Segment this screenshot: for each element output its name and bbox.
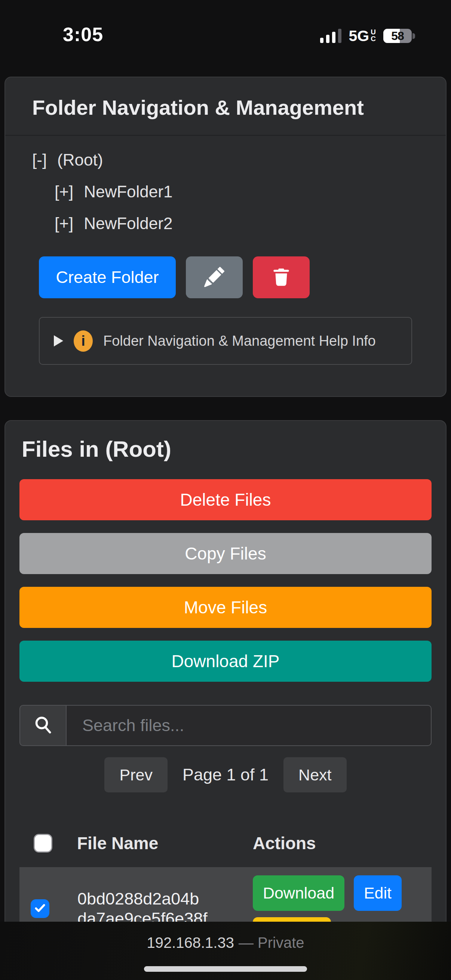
folder-card-title: Folder Navigation & Management: [32, 95, 419, 120]
browser-toolbar: 192.168.1.33— Private: [0, 922, 451, 980]
column-actions: Actions: [253, 833, 316, 853]
status-bar: 3:05 5G U C 58: [0, 0, 451, 76]
copy-files-button[interactable]: Copy Files: [19, 533, 432, 574]
tree-label[interactable]: NewFolder1: [84, 182, 172, 201]
battery-percent: 58: [383, 29, 412, 43]
next-page-button[interactable]: Next: [284, 757, 346, 792]
search-icon: [32, 714, 54, 737]
row-checkbox[interactable]: [31, 899, 49, 918]
search-input[interactable]: [66, 705, 432, 746]
pagination: Prev Page 1 of 1 Next: [19, 757, 432, 792]
folder-actions: Create Folder: [39, 256, 419, 298]
files-card: Files in (Root) Delete Files Copy Files …: [5, 420, 446, 973]
prev-page-button[interactable]: Prev: [104, 757, 167, 792]
checkmark-icon: [33, 901, 47, 916]
tree-toggle[interactable]: [-]: [32, 151, 47, 169]
tree-row-newfolder2[interactable]: [+] NewFolder2: [32, 207, 419, 239]
clock-label: 3:05: [63, 23, 103, 46]
trash-icon: [271, 267, 291, 288]
disclosure-triangle-icon: [54, 335, 63, 347]
delete-files-button[interactable]: Delete Files: [19, 479, 432, 520]
tree-label[interactable]: (Root): [57, 151, 103, 169]
pencil-icon: [204, 267, 225, 288]
tree-toggle[interactable]: [+]: [54, 182, 73, 201]
status-icons: 5G U C 58: [320, 28, 415, 44]
folder-card-body: [-] (Root) [+] NewFolder1 [+] NewFolder2…: [5, 136, 446, 396]
url-host: 192.168.1.33: [147, 934, 234, 951]
folder-card: Folder Navigation & Management [-] (Root…: [5, 76, 446, 397]
folder-tree: [-] (Root) [+] NewFolder1 [+] NewFolder2: [32, 144, 419, 239]
tree-row-newfolder1[interactable]: [+] NewFolder1: [32, 176, 419, 207]
download-zip-button[interactable]: Download ZIP: [19, 641, 432, 682]
help-disclosure[interactable]: i Folder Navigation & Management Help In…: [39, 317, 412, 365]
home-indicator[interactable]: [144, 966, 307, 972]
tree-toggle[interactable]: [+]: [54, 214, 73, 233]
tree-row-root[interactable]: [-] (Root): [32, 144, 419, 176]
download-button[interactable]: Download: [253, 875, 344, 911]
search-bar: [19, 705, 432, 746]
column-file-name: File Name: [77, 833, 223, 853]
phone-screen: 3:05 5G U C 58: [0, 0, 451, 980]
files-card-title: Files in (Root): [22, 437, 432, 462]
rename-folder-button[interactable]: [186, 256, 243, 298]
move-files-button[interactable]: Move Files: [19, 587, 432, 628]
delete-folder-button[interactable]: [253, 256, 310, 298]
tree-label[interactable]: NewFolder2: [84, 214, 172, 233]
search-icon-box: [19, 705, 66, 746]
folder-card-header: Folder Navigation & Management: [5, 77, 446, 136]
file-table-header: File Name Actions: [19, 830, 432, 857]
signal-strength-icon: [320, 29, 341, 43]
info-icon: i: [74, 330, 93, 352]
network-type-label: 5G U C: [349, 29, 376, 44]
privacy-label: — Private: [239, 934, 304, 951]
edit-button[interactable]: Edit: [354, 875, 402, 911]
help-summary-label: Folder Navigation & Management Help Info: [103, 333, 376, 349]
create-folder-button[interactable]: Create Folder: [39, 256, 176, 298]
select-all-checkbox[interactable]: [33, 834, 53, 853]
page-indicator: Page 1 of 1: [183, 765, 268, 784]
battery-icon: 58: [383, 29, 415, 43]
address-bar[interactable]: 192.168.1.33— Private: [0, 934, 451, 951]
row-checkbox-cell: [19, 899, 61, 918]
